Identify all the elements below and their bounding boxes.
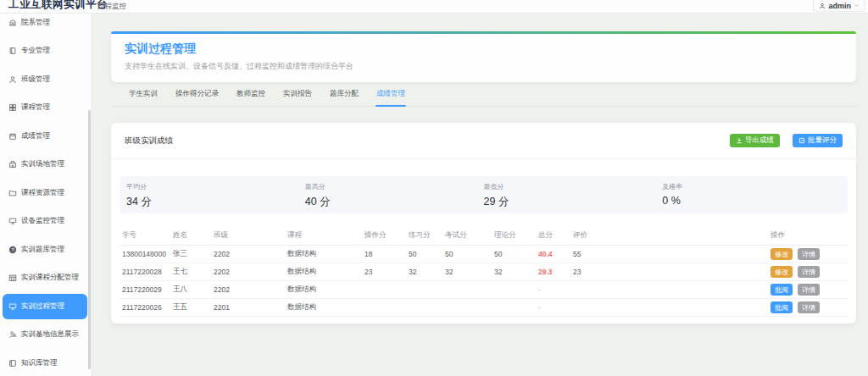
row-action-modify[interactable]: 修改 [771, 248, 793, 260]
main-content: 实训过程管理 支持学生在线实训、设备信号反馈、过程监控和成绩管理的综合平台 学生… [91, 14, 868, 376]
page-header-card: 实训过程管理 支持学生在线实训、设备信号反馈、过程监控和成绩管理的综合平台 [111, 34, 856, 82]
page-title: 实训过程管理 [125, 41, 843, 57]
tab-5[interactable]: 成绩管理 [376, 89, 406, 106]
table-header-cell: 考试分 [442, 230, 492, 241]
table-cell: 2202 [211, 250, 285, 258]
stat-value: 40 分 [305, 195, 484, 209]
row-action-detail[interactable]: 详情 [798, 266, 820, 278]
download-icon [736, 137, 743, 144]
row-action-detail[interactable]: 详情 [798, 248, 820, 260]
sidebar-item-label: 课程资源管理 [21, 188, 64, 198]
sidebar-item-7[interactable]: 设备监控管理 [3, 208, 87, 234]
stat-label: 最高分 [305, 182, 484, 191]
table-row: 2117220028王七2202数据结构2332323229.323修改详情 [120, 263, 848, 281]
tab-2[interactable]: 教师监控 [236, 89, 266, 106]
table-cell: 13800148000 [120, 250, 170, 258]
sidebar-item-12[interactable]: 知识库管理 [3, 351, 87, 376]
sidebar-item-label: 设备监控管理 [21, 216, 64, 226]
table-header-cell: 操作分 [362, 230, 406, 241]
top-bar: 工业互联网实训平台 过程监控 admin [0, 0, 868, 14]
book-icon [8, 47, 17, 55]
sidebar-item-5[interactable]: 实训场地管理 [3, 152, 87, 177]
table-cell: 张三 [170, 249, 211, 259]
batch-grade-button[interactable]: 批量评分 [793, 134, 843, 147]
tab-bar: 学生实训操作得分记录教师监控实训报告题库分配成绩管理 [111, 82, 856, 107]
table-cell: 王五 [170, 302, 211, 312]
stat-0: 平均分34 分 [126, 182, 305, 213]
stat-value: 0 % [662, 195, 841, 207]
export-grades-label: 导出成绩 [745, 135, 774, 146]
tab-1[interactable]: 操作得分记录 [175, 89, 220, 106]
table-cell: 2117220028 [120, 268, 170, 276]
table-actions-cell: 修改详情 [768, 248, 848, 260]
table-actions-cell: 批阅详情 [768, 301, 848, 313]
grades-table: 学号姓名班级课程操作分练习分考试分理论分总分评价操作13800148000张三2… [120, 225, 848, 317]
grades-panel: 班级实训成绩 导出成绩 批量评分 平均分34 分最高分40 分最低分29 分及格… [111, 123, 856, 323]
table-row: 2117220026王五2201数据结构-批阅详情 [120, 299, 848, 317]
sidebar-item-label: 院系管理 [21, 18, 50, 28]
sidebar-item-4[interactable]: 成绩管理 [3, 124, 87, 149]
stat-label: 最低分 [484, 182, 663, 191]
sidebar-item-label: 实训场地管理 [21, 159, 64, 169]
app-logo: 工业互联网实训平台 [8, 0, 108, 12]
table-cell: 2117220029 [120, 285, 170, 294]
sidebar-item-8[interactable]: ?实训题库管理 [3, 237, 87, 263]
table-cell: - [536, 285, 570, 294]
sidebar-item-1[interactable]: 专业管理 [3, 38, 87, 64]
table-cell: 50 [406, 250, 442, 258]
table-cell: 18 [362, 250, 406, 258]
sidebar-item-6[interactable]: 课程资源管理 [3, 180, 87, 206]
table-cell: 23 [570, 268, 768, 276]
sidebar-item-0[interactable]: 院系管理 [3, 14, 87, 36]
table-header-cell: 姓名 [170, 230, 211, 241]
table-cell: 50 [492, 250, 536, 258]
user-avatar-icon [819, 3, 826, 9]
sidebar-item-label: 实训课程分配管理 [21, 273, 79, 283]
table-cell: - [536, 303, 570, 312]
export-grades-button[interactable]: 导出成绩 [730, 134, 780, 147]
panel-header: 班级实训成绩 导出成绩 批量评分 [111, 123, 856, 159]
stat-label: 平均分 [126, 182, 305, 191]
sidebar-item-10[interactable]: 实训过程管理 [3, 294, 87, 319]
breadcrumb[interactable]: 过程监控 [97, 2, 126, 12]
table-row: 13800148000张三2202数据结构1850505040.455修改详情 [120, 246, 848, 263]
tab-3[interactable]: 实训报告 [282, 89, 313, 106]
row-action-review[interactable]: 批阅 [771, 301, 793, 313]
tab-0[interactable]: 学生实训 [128, 89, 159, 106]
stat-value: 29 分 [484, 195, 663, 209]
row-action-review[interactable]: 批阅 [771, 284, 793, 296]
table-cell: 2201 [211, 303, 285, 312]
building-icon [8, 160, 17, 169]
bank-icon [8, 19, 17, 27]
table-cell: 50 [442, 250, 492, 258]
user-search-icon [8, 330, 17, 339]
table-cell: 王七 [170, 267, 211, 277]
sidebar-item-9[interactable]: 实训课程分配管理 [3, 265, 87, 290]
tab-4[interactable]: 题库分配 [329, 89, 359, 106]
stat-3: 及格率0 % [662, 182, 841, 213]
sidebar-item-2[interactable]: 班级管理 [3, 67, 87, 92]
sidebar-item-label: 班级管理 [21, 75, 50, 85]
row-action-detail[interactable]: 详情 [798, 284, 820, 296]
page-subtitle: 支持学生在线实训、设备信号反馈、过程监控和成绩管理的综合平台 [125, 61, 843, 72]
grid-icon [8, 103, 17, 112]
table-header-row: 学号姓名班级课程操作分练习分考试分理论分总分评价操作 [120, 225, 848, 246]
assign-icon [8, 274, 17, 282]
table-cell: 55 [570, 250, 768, 258]
chevron-down-icon [854, 3, 860, 8]
sidebar-item-label: 专业管理 [21, 46, 50, 56]
table-actions-cell: 批阅详情 [768, 284, 848, 296]
sidebar-item-11[interactable]: 实训基地信息展示 [3, 322, 87, 347]
sidebar-item-label: 实训题库管理 [21, 245, 64, 255]
row-action-modify[interactable]: 修改 [771, 266, 793, 278]
table-cell: 数据结构 [285, 267, 362, 277]
table-cell: 王八 [170, 285, 211, 295]
sidebar: 院系管理专业管理班级管理课程管理成绩管理实训场地管理课程资源管理设备监控管理?实… [0, 14, 91, 376]
row-action-detail[interactable]: 详情 [798, 301, 820, 313]
user-menu[interactable]: admin [813, 0, 865, 12]
sidebar-item-3[interactable]: 课程管理 [3, 95, 87, 120]
table-cell: 2117220026 [120, 303, 170, 312]
table-cell: 32 [406, 268, 442, 276]
table-cell: 数据结构 [285, 285, 362, 295]
table-header-cell: 课程 [285, 230, 362, 241]
